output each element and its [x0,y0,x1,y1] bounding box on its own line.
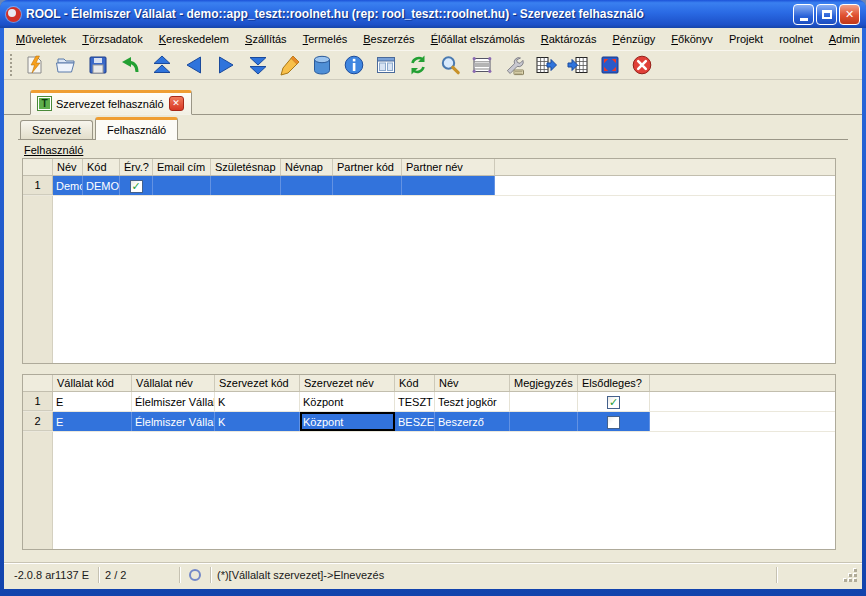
column-header-kod[interactable]: Kód [83,159,120,175]
subtab-szervezet[interactable]: Szervezet [20,120,93,139]
app-window: ROOL - Élelmiszer Vállalat - demo::app_t… [0,0,866,596]
tab-szervezet-felhasznalo[interactable]: T Szervezet felhasználó ✕ [30,90,192,115]
cell-checkbox[interactable]: ✓ [120,176,153,195]
checkbox-checked-icon[interactable]: ✓ [130,180,143,193]
menu-item-beszerzes[interactable]: Beszerzés [355,29,422,49]
grid-header-row: Vállalat kódVállalat névSzervezet kódSze… [23,375,835,392]
row-number-cell[interactable]: 1 [23,176,53,195]
fit-window-icon[interactable] [597,52,623,79]
grid-cell[interactable] [333,176,402,195]
column-header-szervezet-kod[interactable]: Szervezet kód [215,375,300,391]
previous-record-icon[interactable] [181,52,207,79]
menu-item-eloallat-elszamolas[interactable]: Élőállat elszámolás [423,29,533,49]
column-header-kod[interactable]: Kód [395,375,435,391]
column-header-elsodleges[interactable]: Elsődleges? [578,375,650,391]
menu-item-torzsadatok[interactable]: Törzsadatok [74,29,151,49]
grid-cell[interactable]: E [53,392,132,411]
next-record-icon[interactable] [213,52,239,79]
minimize-button[interactable] [793,4,814,25]
info-icon[interactable] [341,52,367,79]
column-header-megjegyzes[interactable]: Megjegyzés [510,375,578,391]
maximize-button[interactable] [816,4,837,25]
last-record-icon[interactable] [245,52,271,79]
grid-cell[interactable]: Központ [300,392,395,411]
column-header-szuletesnap[interactable]: Születésnap [211,159,281,175]
resize-grip[interactable] [843,568,857,582]
toolbar-grip-handle[interactable] [10,54,15,76]
title-bar[interactable]: ROOL - Élelmiszer Vállalat - demo::app_t… [0,0,866,28]
grid-settings-icon[interactable] [469,52,495,79]
grid-row-1[interactable]: 1EÉlelmiszer VállalatKKözpontTESZTTeszt … [23,392,835,412]
import-grid-icon[interactable] [565,52,591,79]
roles-grid: Vállalat kódVállalat névSzervezet kódSze… [22,374,836,550]
cell-checkbox[interactable] [578,412,650,431]
column-header-nev[interactable]: Név [53,159,83,175]
column-header-nevnap[interactable]: Névnap [281,159,333,175]
grid-cell[interactable]: Beszerző [435,412,510,431]
export-grid-icon[interactable] [533,52,559,79]
close-button[interactable]: ✕ [839,4,860,25]
column-header-nev[interactable]: Név [435,375,510,391]
menu-item-raktarozas[interactable]: Raktározás [533,29,605,49]
column-header-email-cim[interactable]: Email cím [153,159,211,175]
grid-cell[interactable]: K [215,392,300,411]
menu-item-fokonyv[interactable]: Főkönyv [663,29,721,49]
menu-item-admin[interactable]: Admin [821,29,862,49]
grid-row-2[interactable]: 2EÉlelmiszer VállalatKKözpontBESZERBesze… [23,412,835,432]
grid-cell[interactable]: Demo [53,176,83,195]
grid-cell[interactable]: DEMO [83,176,120,195]
column-header-partner-nev[interactable]: Partner név [402,159,495,175]
grid-cell[interactable]: E [53,412,132,431]
grid-cell[interactable]: Központ [300,412,395,431]
checkbox-checked-icon[interactable]: ✓ [607,396,620,409]
grid-cell[interactable] [153,176,211,195]
edit-icon[interactable] [277,52,303,79]
first-record-icon[interactable] [149,52,175,79]
form-window-icon[interactable] [373,52,399,79]
search-icon[interactable] [437,52,463,79]
menu-item-szallitas[interactable]: Szállítás [237,29,295,49]
menu-item-kereskedelem[interactable]: Kereskedelem [151,29,237,49]
column-header-vallalat-nev[interactable]: Vállalat név [132,375,215,391]
execute-icon[interactable] [21,52,47,79]
grid-cell[interactable] [402,176,495,195]
tools-icon[interactable] [501,52,527,79]
grid-cell[interactable]: K [215,412,300,431]
column-header-erv[interactable]: Érv.? [120,159,153,175]
grid-cell[interactable] [510,392,578,411]
menu-bar: MűveletekTörzsadatokKereskedelemSzállítá… [4,28,862,50]
grid-cell[interactable]: BESZER [395,412,435,431]
section-label[interactable]: Felhasználó [24,144,83,156]
undo-icon[interactable] [117,52,143,79]
column-header-vallalat-kod[interactable]: Vállalat kód [53,375,132,391]
grid-cell[interactable]: TESZT [395,392,435,411]
tab-close-icon[interactable]: ✕ [169,96,184,111]
cell-checkbox[interactable]: ✓ [578,392,650,411]
database-icon[interactable] [309,52,335,79]
window-title: ROOL - Élelmiszer Vállalat - demo::app_t… [26,7,788,21]
grid-cell[interactable] [281,176,333,195]
checkbox-unchecked-icon[interactable] [607,416,620,429]
open-icon[interactable] [53,52,79,79]
grid-cell[interactable]: Élelmiszer Vállalat [132,412,215,431]
refresh-icon[interactable] [405,52,431,79]
row-number-cell[interactable]: 2 [23,412,53,431]
stop-icon[interactable] [629,52,655,79]
column-header-partner-kod[interactable]: Partner kód [333,159,402,175]
column-header-szervezet-nev[interactable]: Szervezet név [300,375,395,391]
subtab-felhasznalo[interactable]: Felhasználó [95,117,178,140]
grid-cell[interactable]: Élelmiszer Vállalat [132,392,215,411]
menu-item-projekt[interactable]: Projekt [721,29,771,49]
menu-item-muveletek[interactable]: Műveletek [8,29,74,49]
menu-item-penzugy[interactable]: Pénzügy [604,29,663,49]
client-area: MűveletekTörzsadatokKereskedelemSzállítá… [4,28,862,589]
row-number-cell[interactable]: 1 [23,392,53,411]
menu-item-termeles[interactable]: Termelés [295,29,356,49]
save-icon[interactable] [85,52,111,79]
grid-cell[interactable]: Teszt jogkör [435,392,510,411]
grid-row-1[interactable]: 1DemoDEMO✓ [23,176,835,196]
form-icon: T [38,97,51,110]
menu-item-roolnet[interactable]: roolnet [771,29,821,49]
grid-cell[interactable] [510,412,578,431]
grid-cell[interactable] [211,176,281,195]
